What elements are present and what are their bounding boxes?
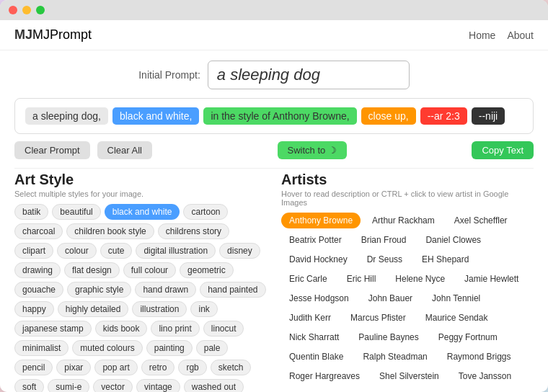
art-style-pill[interactable]: children book style [66,223,154,239]
art-style-pill[interactable]: minimalist [14,340,68,356]
artist-pill[interactable]: Maurice Sendak [417,310,496,326]
artist-pill[interactable]: Jamie Hewlett [456,271,526,287]
art-style-pill[interactable]: disney [219,243,260,259]
art-style-pill[interactable]: pixar [56,360,91,375]
art-style-pill[interactable]: japanese stamp [14,321,92,337]
art-style-pill[interactable]: vector [93,379,133,392]
art-style-pill[interactable]: hand painted [200,282,265,298]
artist-pill[interactable]: David Hockney [281,251,355,267]
artist-pill[interactable]: EH Shepard [414,251,477,267]
art-style-pill[interactable]: black and white [105,204,180,220]
art-style-section: Art Style Select multiple styles for you… [14,172,274,392]
artists-title: Artists [281,172,534,188]
artist-pill[interactable]: John Bauer [361,290,420,306]
clear-prompt-button[interactable]: Clear Prompt [14,141,90,159]
artist-pill[interactable]: Nick Sharratt [281,329,347,345]
prompt-tag-2[interactable]: in the style of Anthony Browne, [203,107,356,125]
art-style-pill[interactable]: vintage [136,379,180,392]
art-style-pill[interactable]: colour [57,243,97,259]
artist-pill[interactable]: Quentin Blake [281,349,351,365]
art-style-pill[interactable]: washed out [184,379,244,392]
art-style-pill[interactable]: lino print [151,321,199,337]
art-style-pill[interactable]: graphic style [67,282,131,298]
artists-section: Artists Hover to read description or CTR… [274,172,534,392]
switch-button[interactable]: Switch to ☽ [278,141,347,159]
prompt-tag-3[interactable]: close up, [361,107,416,125]
artist-pill[interactable]: Jesse Hodgson [281,290,357,306]
nav-about[interactable]: About [507,30,534,41]
artist-pill[interactable]: Peggy Fortnum [430,329,505,345]
artists-subtitle: Hover to read description or CTRL + clic… [281,190,534,207]
prompt-input[interactable] [208,61,410,89]
prompt-tags-container: a sleeping dog, black and white, in the … [14,98,534,134]
maximize-button[interactable] [36,6,45,14]
artist-pill[interactable]: Marcus Pfister [342,310,414,326]
artist-pill[interactable]: Daniel Clowes [417,232,489,248]
art-style-pill[interactable]: retro [141,360,175,375]
art-style-pill[interactable]: soft [14,379,44,392]
art-style-pill[interactable]: flat design [64,262,120,278]
prompt-label: Initial Prompt: [138,69,200,81]
art-style-pill[interactable]: gouache [14,282,63,298]
artist-pill[interactable]: Arthur Rackham [364,213,443,228]
close-button[interactable] [9,6,17,14]
artist-pill[interactable]: Brian Froud [353,232,415,248]
art-style-pill[interactable]: charcoal [14,223,63,239]
artist-pill[interactable]: Ralph Steadman [355,349,435,365]
art-style-pill[interactable]: rgb [178,360,206,375]
art-style-pill[interactable]: happy [14,301,54,317]
prompt-tag-0[interactable]: a sleeping dog, [25,107,108,125]
art-style-pill[interactable]: geometric [180,262,234,278]
art-style-pill[interactable]: sumi-e [48,379,89,392]
nav-home[interactable]: Home [469,30,495,41]
artist-pill[interactable]: Judith Kerr [281,310,339,326]
art-style-pill[interactable]: cartoon [183,204,228,220]
artist-pill[interactable]: Anthony Browne [281,213,361,228]
artist-pill[interactable]: Beatrix Potter [281,232,350,248]
prompt-tag-1[interactable]: black and white, [112,107,199,125]
art-style-pill[interactable]: digital illustration [136,243,216,259]
art-style-pill[interactable]: muted colours [72,340,142,356]
artist-pill[interactable]: Helene Nyce [387,271,453,287]
art-style-pill[interactable]: childrens story [158,223,229,239]
artist-pill[interactable]: Roger Hargreaves [281,368,368,384]
art-style-pill[interactable]: linocut [203,321,244,337]
clear-all-button[interactable]: Clear All [97,141,152,159]
artists-tags: Anthony BrowneArthur RackhamAxel Scheffl… [281,213,534,384]
artist-pill[interactable]: Tove Jansson [451,368,519,384]
art-style-pill[interactable]: beautiful [52,204,100,220]
art-style-pill[interactable]: full colour [123,262,176,278]
art-style-pill[interactable]: hand drawn [135,282,196,298]
art-style-pill[interactable]: drawing [14,262,61,278]
art-style-pill[interactable]: ink [190,301,217,317]
prompt-tag-4[interactable]: --ar 2:3 [420,107,467,125]
art-style-tags: batikbeautifulblack and whitecartoonchar… [14,204,267,392]
art-style-pill[interactable]: sketch [211,360,252,375]
art-style-subtitle: Select multiple styles for your image. [14,190,267,198]
minimize-button[interactable] [22,6,31,14]
art-style-title: Art Style [14,172,267,188]
artist-pill[interactable]: John Tenniel [424,290,488,306]
art-style-pill[interactable]: pop art [94,360,137,375]
copy-text-button[interactable]: Copy Text [472,141,534,159]
brand-logo: MJMJPrompt [14,27,92,43]
art-style-pill[interactable]: illustration [132,301,187,317]
art-style-pill[interactable]: pale [196,340,229,356]
art-style-pill[interactable]: kids book [95,321,148,337]
art-style-pill[interactable]: painting [146,340,193,356]
artist-pill[interactable]: Eric Carle [281,271,335,287]
art-style-pill[interactable]: cute [100,243,133,259]
art-style-pill[interactable]: batik [14,204,48,220]
artist-pill[interactable]: Raymond Briggs [439,349,519,365]
artist-pill[interactable]: Dr Seuss [359,251,410,267]
artist-pill[interactable]: Eric Hill [339,271,384,287]
artist-pill[interactable]: Shel Silverstein [371,368,447,384]
artist-pill[interactable]: Axel Scheffler [446,213,516,228]
artist-pill[interactable]: Pauline Baynes [350,329,426,345]
art-style-pill[interactable]: pencil [14,360,53,375]
art-style-pill[interactable]: clipart [14,243,53,259]
art-style-pill[interactable]: highly detailed [58,301,129,317]
prompt-tag-5[interactable]: --niji [472,107,505,125]
